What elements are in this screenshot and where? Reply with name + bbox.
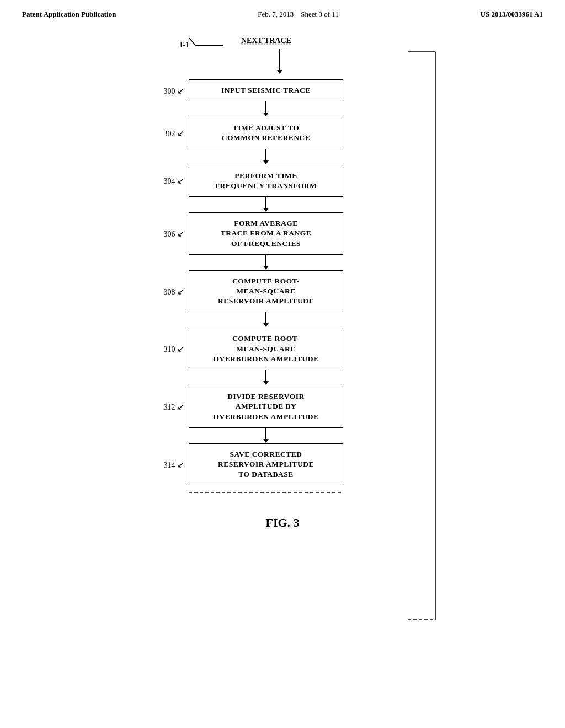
t1-label: T-1 (179, 41, 189, 50)
arrow-300-302 (189, 101, 343, 117)
step-label-302: 302 ↙ (156, 128, 189, 138)
step-box-302: TIME ADJUST TOCOMMON REFERENCE (189, 117, 343, 149)
step-label-308: 308 ↙ (156, 286, 189, 297)
step-label-312: 312 ↙ (156, 402, 189, 412)
figure-caption: FIG. 3 (265, 516, 299, 530)
flow-row-308: 308 ↙ COMPUTE ROOT-MEAN-SQUARERESERVOIR … (156, 270, 409, 313)
header-date: Feb. 7, 2013 (258, 10, 294, 18)
flow-row-302: 302 ↙ TIME ADJUST TOCOMMON REFERENCE (156, 117, 409, 149)
step-box-314: SAVE CORRECTEDRESERVOIR AMPLITUDETO DATA… (189, 443, 343, 486)
step-box-308: COMPUTE ROOT-MEAN-SQUARERESERVOIR AMPLIT… (189, 270, 343, 313)
arrow-302-304 (189, 149, 343, 165)
flow-row-306: 306 ↙ FORM AVERAGETRACE FROM A RANGEOF F… (156, 212, 409, 255)
step-label-306: 306 ↙ (156, 228, 189, 239)
arrow-304-306 (189, 197, 343, 212)
top-arrow (277, 49, 282, 74)
step-box-300: INPUT SEISMIC TRACE (189, 79, 343, 101)
svg-line-0 (189, 38, 196, 46)
arrow-308-310 (189, 312, 343, 328)
step-label-304: 304 ↙ (156, 175, 189, 186)
loop-bracket-svg (408, 35, 438, 670)
step-label-310: 310 ↙ (156, 344, 189, 354)
header-right: US 2013/0033961 A1 (481, 10, 543, 19)
next-trace-label: NEXT TRACE (241, 36, 291, 45)
bottom-return-svg (189, 484, 346, 501)
step-box-304: PERFORM TIMEFREQUENCY TRANSFORM (189, 165, 343, 197)
top-section: T-1 NEXT TRACE (156, 35, 409, 79)
header-left: Patent Application Publication (22, 10, 116, 19)
header-center: Feb. 7, 2013 Sheet 3 of 11 (258, 10, 338, 19)
step-label-300: 300 ↙ (156, 85, 189, 96)
arrow-310-312 (189, 370, 343, 386)
flow-row-314: 314 ↙ SAVE CORRECTEDRESERVOIR AMPLITUDET… (156, 443, 409, 486)
header-sheet: Sheet 3 of 11 (301, 10, 338, 18)
diagram-area: T-1 NEXT TRACE 300 ↙ INPUT SEISMIC TRACE… (0, 35, 565, 530)
step-label-314: 314 ↙ (156, 459, 189, 470)
step-box-310: COMPUTE ROOT-MEAN-SQUAREOVERBURDEN AMPLI… (189, 328, 343, 370)
t1-tick-icon (189, 38, 200, 49)
flowchart: 300 ↙ INPUT SEISMIC TRACE 302 ↙ TIME ADJ… (156, 79, 409, 485)
step-box-312: DIVIDE RESERVOIRAMPLITUDE BYOVERBURDEN A… (189, 386, 343, 428)
arrow-306-308 (189, 255, 343, 270)
step-box-306: FORM AVERAGETRACE FROM A RANGEOF FREQUEN… (189, 212, 343, 255)
arrow-312-314 (189, 428, 343, 443)
flow-row-304: 304 ↙ PERFORM TIMEFREQUENCY TRANSFORM (156, 165, 409, 197)
flow-row-312: 312 ↙ DIVIDE RESERVOIRAMPLITUDE BYOVERBU… (156, 386, 409, 428)
page-header: Patent Application Publication Feb. 7, 2… (0, 0, 565, 19)
flow-row-310: 310 ↙ COMPUTE ROOT-MEAN-SQUAREOVERBURDEN… (156, 328, 409, 370)
flow-row-300: 300 ↙ INPUT SEISMIC TRACE (156, 79, 409, 101)
